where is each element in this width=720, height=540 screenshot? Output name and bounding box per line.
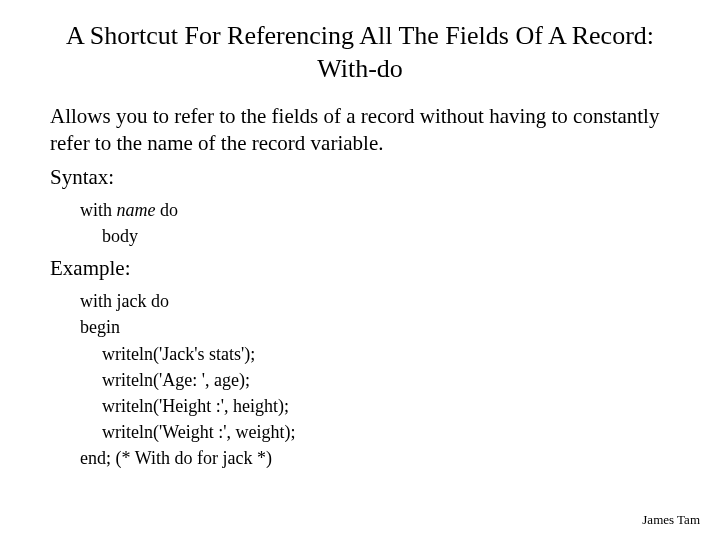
description-text: Allows you to refer to the fields of a r… [50,103,670,158]
syntax-block: with name do body [50,197,670,249]
syntax-body: body [80,223,670,249]
example-line-1: with jack do [80,288,670,314]
syntax-heading: Syntax: [50,164,670,191]
example-block: with jack do begin writeln('Jack's stats… [50,288,670,471]
example-line-3: writeln('Jack's stats'); [80,341,670,367]
syntax-line-1: with name do [80,197,670,223]
example-line-2: begin [80,314,670,340]
syntax-name-placeholder: name [117,200,156,220]
do-keyword: do [156,200,179,220]
example-line-7: end; (* With do for jack *) [80,445,670,471]
example-line-6: writeln('Weight :', weight); [80,419,670,445]
with-keyword: with [80,200,117,220]
author-footer: James Tam [642,512,700,528]
example-heading: Example: [50,255,670,282]
example-line-5: writeln('Height :', height); [80,393,670,419]
slide-title: A Shortcut For Referencing All The Field… [50,20,670,85]
example-line-4: writeln('Age: ', age); [80,367,670,393]
